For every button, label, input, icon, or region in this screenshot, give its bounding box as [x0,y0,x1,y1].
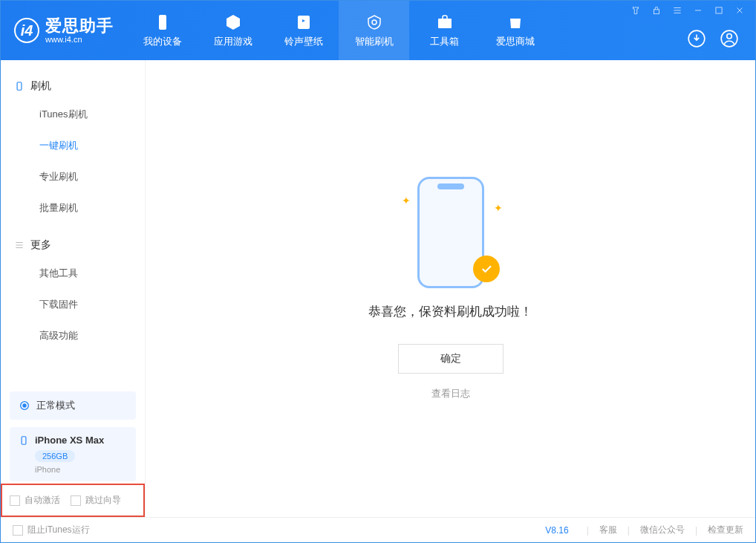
main-content: ✦ ✦ 恭喜您，保资料刷机成功啦！ 确定 查看日志 [146,60,755,517]
shirt-icon[interactable] [630,5,641,19]
separator: | [695,525,697,536]
checkbox-label: 阻止iTunes运行 [27,524,90,536]
check-update-link[interactable]: 检查更新 [708,524,743,536]
checkbox-block-itunes[interactable]: 阻止iTunes运行 [13,524,90,536]
view-log-link[interactable]: 查看日志 [431,387,470,400]
svg-rect-2 [438,19,452,28]
options-highlight-box: 自动激活 跳过向导 [1,484,145,517]
mode-icon [19,400,30,412]
close-icon[interactable] [734,5,745,19]
logo-text: 爱思助手 www.i4.cn [45,17,114,44]
music-icon [294,13,313,32]
sidebar-footer: 正常模式 iPhone XS Max 256GB iPhone [1,378,145,481]
sidebar: 刷机 iTunes刷机 一键刷机 专业刷机 批量刷机 更多 其他工具 下载固件 … [1,60,146,517]
svg-rect-1 [298,16,310,29]
nav-store[interactable]: 爱思商城 [480,1,550,60]
sidebar-item-batch-flash[interactable]: 批量刷机 [1,192,145,224]
svg-rect-11 [22,436,26,444]
body: 刷机 iTunes刷机 一键刷机 专业刷机 批量刷机 更多 其他工具 下载固件 … [1,60,755,517]
download-icon[interactable] [687,29,706,51]
section-title: 刷机 [30,79,51,93]
briefcase-icon [435,13,454,32]
nav-ringtone-wallpaper[interactable]: 铃声壁纸 [268,1,339,60]
header-bar: i4 爱思助手 www.i4.cn 我的设备 应用游戏 铃声壁纸 智能刷机 [1,1,755,60]
support-link[interactable]: 客服 [599,524,617,536]
app-name: 爱思助手 [45,17,114,35]
app-url: www.i4.cn [45,35,114,44]
sidebar-section-more: 更多 [1,233,145,258]
sparkle-icon: ✦ [402,195,411,207]
sidebar-item-itunes-flash[interactable]: iTunes刷机 [1,99,145,130]
wechat-link[interactable]: 微信公众号 [640,524,685,536]
device-capacity: 256GB [35,450,75,462]
svg-rect-3 [654,10,659,14]
nav-label: 爱思商城 [496,35,535,48]
checkbox-auto-activate[interactable]: 自动激活 [10,494,60,507]
success-message: 恭喜您，保资料刷机成功啦！ [368,303,532,320]
checkbox-skip-setup[interactable]: 跳过向导 [71,494,121,507]
svg-rect-8 [17,82,22,91]
svg-point-10 [23,404,26,407]
header-user-icons [687,29,739,51]
success-illustration: ✦ ✦ [406,177,495,288]
minimize-icon[interactable] [693,5,703,19]
cube-icon [224,13,243,32]
header-right [630,1,748,60]
device-name: iPhone XS Max [35,435,104,446]
nav-label: 应用游戏 [214,35,252,48]
sparkle-icon: ✦ [494,202,503,214]
svg-rect-0 [159,15,166,30]
nav-my-device[interactable]: 我的设备 [127,1,198,60]
nav-label: 工具箱 [430,35,459,48]
nav-label: 智能刷机 [355,35,394,48]
window-controls [630,5,745,19]
lock-icon[interactable] [651,5,662,19]
sidebar-item-advanced[interactable]: 高级功能 [1,320,145,351]
check-badge-icon [473,256,500,282]
logo-icon: i4 [14,18,39,43]
maximize-icon[interactable] [714,5,724,19]
nav-label: 我的设备 [143,35,182,48]
nav-smart-flash[interactable]: 智能刷机 [339,1,409,60]
shopping-bag-icon [506,13,525,32]
top-nav: 我的设备 应用游戏 铃声壁纸 智能刷机 工具箱 爱思商城 [127,1,550,60]
separator: | [628,525,630,536]
section-title: 更多 [30,238,51,252]
separator: | [587,525,589,536]
checkbox-icon [71,495,81,506]
phone-icon [153,13,172,32]
device-icon [14,81,25,91]
sidebar-item-oneclick-flash[interactable]: 一键刷机 [1,130,145,161]
svg-point-7 [727,34,732,39]
mode-box[interactable]: 正常模式 [10,391,136,420]
app-window: i4 爱思助手 www.i4.cn 我的设备 应用游戏 铃声壁纸 智能刷机 [0,0,756,543]
sidebar-item-pro-flash[interactable]: 专业刷机 [1,161,145,192]
status-bar: 阻止iTunes运行 V8.16 | 客服 | 微信公众号 | 检查更新 [1,517,755,542]
refresh-shield-icon [365,13,384,32]
menu-icon[interactable] [672,5,682,19]
device-box[interactable]: iPhone XS Max 256GB iPhone [10,427,136,481]
version-label: V8.16 [545,525,568,536]
ok-button[interactable]: 确定 [398,344,504,374]
device-type: iPhone [35,465,127,474]
nav-label: 铃声壁纸 [284,35,323,48]
checkbox-label: 自动激活 [25,494,60,507]
checkbox-icon [13,525,23,536]
checkbox-label: 跳过向导 [85,494,121,507]
logo-area: i4 爱思助手 www.i4.cn [1,1,127,60]
nav-toolbox[interactable]: 工具箱 [409,1,480,60]
sidebar-item-download-firmware[interactable]: 下载固件 [1,289,145,320]
device-small-icon [19,435,29,446]
sidebar-section-flash: 刷机 [1,74,145,99]
mode-label: 正常模式 [36,399,75,412]
sidebar-item-other-tools[interactable]: 其他工具 [1,258,145,289]
list-icon [14,240,25,250]
user-icon[interactable] [720,29,739,51]
svg-rect-4 [716,7,722,13]
checkbox-icon [10,495,20,506]
nav-apps-games[interactable]: 应用游戏 [198,1,268,60]
